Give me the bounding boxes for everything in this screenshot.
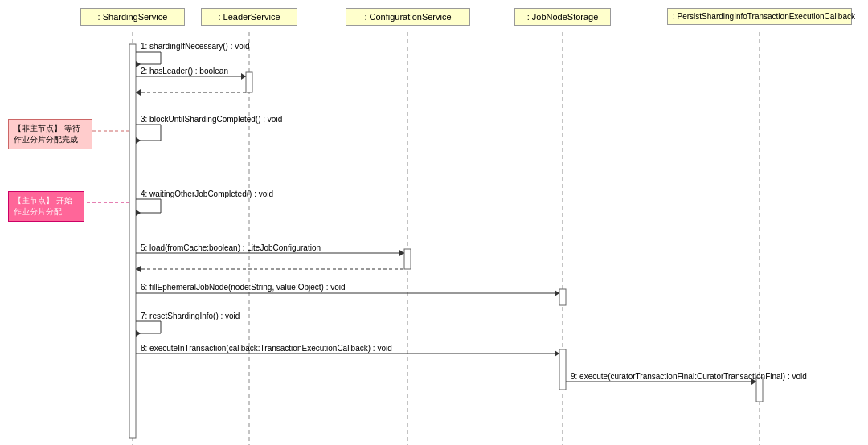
svg-marker-34: [555, 290, 559, 296]
msg-7-label: 7: resetShardingInfo() : void: [141, 312, 240, 320]
msg-6-label: 6: fillEphemeralJobNode(node:String, val…: [141, 283, 346, 292]
svg-marker-40: [555, 350, 559, 357]
lifeline-jobnode: : JobNodeStorage: [514, 8, 611, 26]
svg-rect-7: [404, 249, 411, 269]
lifeline-leader: : LeaderService: [201, 8, 297, 26]
msg-3-label: 3: blockUntilShardingCompleted() : void: [141, 115, 282, 124]
svg-rect-5: [129, 44, 136, 438]
note-non-master: 【非主节点】 等待作业分片分配完成: [8, 119, 92, 149]
note-master: 【主节点】 开始作业分片分配: [8, 191, 84, 222]
lifeline-persist: : PersistShardingInfoTransactionExecutio…: [667, 8, 852, 25]
svg-marker-16: [241, 73, 246, 80]
msg-9-label: 9: execute(curatorTransactionFinal:Curat…: [571, 372, 807, 381]
msg-4-label: 4: waitingOtherJobCompleted() : void: [141, 190, 273, 198]
svg-marker-18: [136, 89, 141, 96]
svg-marker-22: [136, 137, 141, 144]
sequence-diagram: : ShardingService : LeaderService : Conf…: [0, 0, 868, 445]
svg-marker-30: [399, 250, 404, 256]
svg-rect-9: [559, 349, 566, 390]
msg-8-label: 8: executeInTransaction(callback:Transac…: [141, 344, 392, 353]
svg-rect-10: [756, 378, 763, 402]
msg-2-label: 2: hasLeader() : boolean: [141, 67, 228, 76]
svg-marker-32: [136, 266, 141, 272]
lifeline-config: : ConfigurationService: [346, 8, 470, 26]
msg-1-label: 1: shardingIfNecessary() : void: [141, 42, 250, 51]
lifeline-sharding: : ShardingService: [80, 8, 185, 26]
svg-marker-27: [136, 210, 141, 216]
svg-rect-8: [559, 289, 566, 305]
msg-5-label: 5: load(fromCache:boolean) : LiteJobConf…: [141, 243, 321, 252]
svg-marker-38: [136, 330, 141, 337]
svg-rect-6: [246, 72, 252, 92]
